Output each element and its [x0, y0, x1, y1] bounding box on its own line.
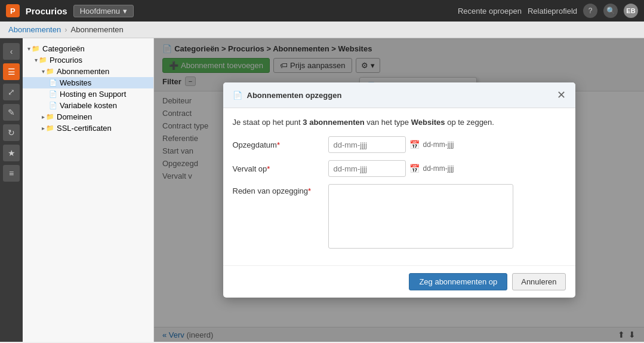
opzegdatum-label: Opzegdatum* [233, 140, 328, 149]
tree-label-abonnementen: Abonnementen [57, 67, 109, 76]
topbar: P Procurios Hoofdmenu ▾ Recente oproepen… [0, 0, 644, 22]
breadcrumb-link-1[interactable]: Abonnementen [8, 25, 61, 34]
tree-label-procurios: Procurios [50, 56, 82, 65]
tree-item-ssl[interactable]: ▸ 📁 SSL-certificaten [23, 122, 153, 134]
main-menu-button[interactable]: Hoofdmenu ▾ [73, 5, 134, 17]
modal-intro-text: Je staat op het punt 3 abonnementen van … [233, 118, 566, 127]
vervalt-input[interactable] [328, 160, 406, 177]
calendar-icon[interactable]: 📅 [409, 140, 420, 149]
modal-close-button[interactable]: ✕ [557, 90, 566, 100]
recent-calls-link[interactable]: Recente oproepen [458, 7, 522, 16]
doc-icon: 📄 [49, 90, 57, 98]
form-group-vervalt: Vervalt op* 📅 dd-mm-jjjj [233, 160, 566, 177]
folder-icon: 📁 [32, 45, 40, 53]
sidebar-nav-edit[interactable]: ✎ [3, 104, 20, 121]
calendar-icon[interactable]: 📅 [409, 164, 420, 173]
app-logo: P [6, 4, 20, 17]
form-group-reden: Reden van opzegging* [233, 184, 566, 249]
opzegdatum-input-wrap: 📅 dd-mm-jjjj [328, 136, 454, 153]
required-marker: * [267, 164, 270, 173]
vervalt-hint: dd-mm-jjjj [423, 164, 454, 173]
tree-item-websites[interactable]: 📄 Websites [23, 77, 153, 88]
tree-label-domeinen: Domeinen [57, 112, 92, 121]
modal-body: Je staat op het punt 3 abonnementen van … [223, 108, 575, 265]
modal-title-icon: 📄 [233, 91, 242, 100]
breadcrumb-current: Abonnementen [71, 25, 124, 34]
reden-textarea[interactable] [328, 184, 513, 249]
tree-toggle-icon: ▸ [42, 125, 45, 131]
required-marker: * [308, 186, 311, 195]
topbar-left: P Procurios Hoofdmenu ▾ [6, 4, 134, 17]
modal-cancel-subscriptions: 📄 Abonnementen opzeggen ✕ Je staat op he… [223, 82, 575, 298]
folder-icon: 📁 [46, 68, 54, 75]
vervalt-label: Vervalt op* [233, 164, 328, 173]
topbar-right: Recente oproepen Relatieprofield ? 🔍 EB [458, 4, 638, 18]
layout: ‹ ☰ ⤢ ✎ ↻ ★ ≡ ▾ 📁 Categorieën ▾ 📁 Procur… [0, 38, 644, 342]
icon-sidebar: ‹ ☰ ⤢ ✎ ↻ ★ ≡ [0, 38, 23, 342]
tree-label-websites: Websites [60, 78, 91, 87]
tree-toggle-icon: ▾ [27, 45, 30, 52]
folder-icon: 📁 [46, 124, 54, 132]
tree-label-hosting: Hosting en Support [60, 90, 126, 99]
modal-footer: Zeg abonnementen op Annuleren [223, 265, 575, 298]
confirm-button[interactable]: Zeg abonnementen op [409, 273, 507, 290]
modal-header: 📄 Abonnementen opzeggen ✕ [223, 82, 575, 108]
sidebar-nav-menu[interactable]: ≡ [3, 165, 20, 182]
tree-item-categories[interactable]: ▾ 📁 Categorieën [23, 43, 153, 54]
tree-toggle-icon: ▾ [42, 68, 45, 75]
tree-sidebar: ▾ 📁 Categorieën ▾ 📁 Procurios ▾ 📁 Abonne… [23, 38, 154, 342]
reden-label: Reden van opzegging* [233, 184, 328, 195]
modal-overlay: 📄 Abonnementen opzeggen ✕ Je staat op he… [154, 38, 644, 342]
help-icon[interactable]: ? [583, 4, 597, 18]
opzegdatum-hint: dd-mm-jjjj [423, 140, 454, 149]
relation-profile-link[interactable]: Relatieprofield [528, 7, 577, 16]
tree-toggle-icon: ▸ [42, 114, 45, 120]
chevron-down-icon: ▾ [123, 7, 127, 16]
tree-item-hosting[interactable]: 📄 Hosting en Support [23, 88, 153, 100]
doc-icon: 📄 [49, 102, 57, 109]
folder-icon: 📁 [39, 56, 47, 64]
search-icon[interactable]: 🔍 [603, 4, 618, 18]
app-brand: Procurios [26, 6, 67, 16]
sidebar-nav-star[interactable]: ★ [3, 145, 20, 161]
main-content: 📄 Categorieën > Procurios > Abonnementen… [154, 38, 644, 342]
sidebar-nav-collapse[interactable]: ‹ [3, 43, 20, 60]
cancel-button[interactable]: Annuleren [512, 273, 565, 290]
vervalt-input-wrap: 📅 dd-mm-jjjj [328, 160, 454, 177]
tree-label-ssl: SSL-certificaten [57, 124, 112, 133]
doc-icon: 📄 [49, 79, 57, 87]
tree-item-abonnementen[interactable]: ▾ 📁 Abonnementen [23, 66, 153, 77]
tree-label-variabele: Variabele kosten [60, 101, 117, 110]
tree-label-categories: Categorieën [42, 44, 85, 53]
modal-title: 📄 Abonnementen opzeggen [233, 91, 342, 100]
tree-item-domeinen[interactable]: ▸ 📁 Domeinen [23, 111, 153, 122]
sidebar-nav-refresh[interactable]: ↻ [3, 124, 20, 141]
tree-item-variabele[interactable]: 📄 Variabele kosten [23, 100, 153, 111]
avatar[interactable]: EB [624, 4, 638, 18]
sidebar-nav-share[interactable]: ⤢ [3, 84, 20, 100]
folder-icon: 📁 [46, 113, 54, 121]
form-group-opzegdatum: Opzegdatum* 📅 dd-mm-jjjj [233, 136, 566, 153]
sidebar-nav-list[interactable]: ☰ [3, 63, 20, 80]
tree-toggle-icon: ▾ [35, 57, 38, 63]
breadcrumb-separator: › [64, 25, 67, 34]
opzegdatum-input[interactable] [328, 136, 406, 153]
breadcrumb: Abonnementen › Abonnementen [0, 22, 644, 38]
required-marker: * [277, 140, 280, 149]
tree-item-procurios[interactable]: ▾ 📁 Procurios [23, 54, 153, 66]
